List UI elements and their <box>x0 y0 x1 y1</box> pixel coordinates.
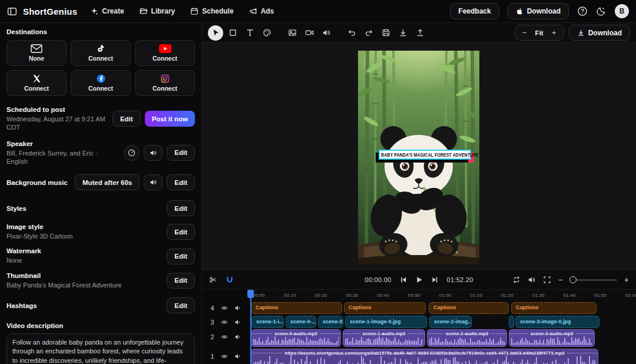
eye-icon[interactable] <box>221 319 228 326</box>
timeline-panel: 00:0000:1000:2000:3000:4000:5001:0001:10… <box>202 290 636 364</box>
zoom-in-button[interactable]: + <box>547 28 561 37</box>
video-preview[interactable]: BABY PANDA'S MAGICAL FOREST ADVENTURE <box>358 51 479 264</box>
captions-clip[interactable]: Captions <box>511 302 597 314</box>
clip-label: scene-1-audio.mp3 <box>360 331 408 336</box>
video-description-textarea[interactable]: Follow an adorable baby panda on an unfo… <box>6 333 195 364</box>
images-clip[interactable]: scene-0... <box>318 316 343 328</box>
timeline-ruler[interactable]: 00:0000:1000:2000:3000:4000:5001:0001:10… <box>202 290 636 302</box>
eye-icon[interactable] <box>221 305 228 312</box>
destination-tiktok-card[interactable]: Connect <box>71 40 131 66</box>
scheduled-edit-button[interactable]: Edit <box>112 111 141 127</box>
captions-clip[interactable]: Captions <box>251 302 342 314</box>
video-canvas[interactable]: BABY PANDA'S MAGICAL FOREST ADVENTURE <box>202 42 636 270</box>
video-download-button[interactable]: Download <box>569 25 630 41</box>
track-volume-icon[interactable] <box>234 353 241 360</box>
images-clip[interactable]: s <box>509 316 514 328</box>
add-image-button[interactable] <box>284 25 300 41</box>
speaker-speed-button[interactable] <box>124 145 140 161</box>
split-scissors-button[interactable] <box>209 276 217 284</box>
timeline-zoom-in-button[interactable]: + <box>624 276 629 284</box>
eye-icon[interactable] <box>221 353 228 360</box>
timeline-track-headers: 4321 <box>202 290 249 364</box>
play-button[interactable] <box>415 276 423 284</box>
watermark-edit-button[interactable]: Edit <box>167 249 195 264</box>
music-edit-button[interactable]: Edit <box>167 174 195 190</box>
nav-item-library[interactable]: Library <box>140 7 175 15</box>
shortgenius-app: ShortGenius Create Library Schedule Ads … <box>0 0 636 364</box>
save-button[interactable] <box>378 25 393 41</box>
track-number: 1 <box>210 353 214 360</box>
timeline-zoom-slider[interactable] <box>570 279 617 281</box>
help-icon[interactable] <box>577 6 588 16</box>
loop-button[interactable] <box>512 276 521 284</box>
ruler-tick: 01:50 <box>594 293 607 298</box>
timeline-zoom-out-button[interactable]: − <box>558 276 563 284</box>
slider-knob[interactable] <box>569 276 577 283</box>
speaker-edit-button[interactable]: Edit <box>167 145 195 161</box>
hashtags-edit-button[interactable]: Edit <box>167 297 195 313</box>
destination-x-card[interactable]: Connect <box>6 70 67 96</box>
audio-clip[interactable]: scene-1-audio.mp3 <box>343 329 425 347</box>
fullscreen-button[interactable] <box>543 276 551 284</box>
cursor-icon <box>211 28 220 37</box>
redo-button[interactable] <box>361 25 376 41</box>
images-clip[interactable]: scene-2-imag... <box>429 316 472 328</box>
images-clip[interactable]: scene-1-i... <box>251 316 284 328</box>
eye-icon[interactable] <box>221 333 228 340</box>
track-header: 4 <box>210 305 241 312</box>
zoom-fit-button[interactable]: Fit <box>532 29 547 37</box>
thumbnail-value: Baby Panda's Magical Forest Adventure <box>6 281 121 289</box>
ruler-tick: 01:10 <box>470 293 482 298</box>
images-clip[interactable]: scene-1-image-0.jpg <box>345 316 427 328</box>
text-tool-button[interactable] <box>242 25 257 41</box>
styles-edit-button[interactable]: Edit <box>167 200 195 216</box>
music-clip[interactable]: https://assets.shortgenius.com/songs/6ab… <box>251 349 598 364</box>
nav-item-ads[interactable]: Ads <box>249 7 274 15</box>
destination-email-card[interactable]: None <box>6 40 67 66</box>
playhead-handle[interactable] <box>247 290 254 298</box>
post-it-now-button[interactable]: Post it now <box>145 111 195 127</box>
nav-item-create[interactable]: Create <box>90 7 124 15</box>
images-clip[interactable]: scene-0-... <box>286 316 316 328</box>
thumbnail-title: Thumbnail <box>6 272 121 279</box>
user-avatar[interactable]: B <box>615 4 629 18</box>
mute-button[interactable] <box>528 276 536 284</box>
scheduled-value: Wednesday, August 27 at 9:21 AM COT <box>6 115 108 132</box>
speaker-volume-button[interactable] <box>144 145 163 161</box>
color-tool-button[interactable] <box>259 25 274 41</box>
shape-tool-button[interactable] <box>225 25 240 41</box>
destination-instagram-card[interactable]: Connect <box>135 70 195 96</box>
track-volume-icon[interactable] <box>234 333 241 340</box>
images-clip[interactable]: scene-3-image-0.jpg <box>515 316 599 328</box>
download-project-button[interactable] <box>395 25 410 41</box>
sidebar-toggle-icon[interactable] <box>7 6 17 16</box>
audio-clip[interactable]: scene-2-audio.mp3 <box>427 329 507 347</box>
feedback-button[interactable]: Feedback <box>450 3 499 19</box>
zoom-out-button[interactable]: − <box>518 28 532 37</box>
add-video-button[interactable] <box>302 25 317 41</box>
select-tool-button[interactable] <box>208 25 223 41</box>
captions-clip[interactable]: Captions <box>429 302 509 314</box>
video-caption-banner[interactable]: BABY PANDA'S MAGICAL FOREST ADVENTURE <box>379 150 471 160</box>
brand-logo[interactable]: ShortGenius <box>23 6 77 16</box>
download-app-button[interactable]: Download <box>508 3 569 19</box>
music-volume-button[interactable] <box>144 174 163 190</box>
add-audio-button[interactable] <box>319 25 334 41</box>
export-button[interactable] <box>412 25 428 41</box>
track-volume-icon[interactable] <box>234 319 241 326</box>
image-style-edit-button[interactable]: Edit <box>167 224 195 240</box>
track-volume-icon[interactable] <box>234 305 241 312</box>
nav-item-schedule[interactable]: Schedule <box>190 7 233 15</box>
destination-facebook-card[interactable]: Connect <box>71 70 131 96</box>
destination-youtube-card[interactable]: Connect <box>135 40 195 66</box>
skip-forward-button[interactable] <box>431 276 439 284</box>
audio-clip[interactable]: scene-0-audio.mp3 <box>251 329 341 347</box>
undo-button[interactable] <box>344 25 359 41</box>
captions-clip[interactable]: Captions <box>344 302 426 314</box>
muted-after-button[interactable]: Muted after 60s <box>75 174 140 190</box>
audio-clip[interactable]: scene-3-audio.mp3 <box>509 329 595 347</box>
theme-toggle-moon-icon[interactable] <box>596 6 607 16</box>
snap-magnet-toggle[interactable] <box>226 276 234 284</box>
thumbnail-edit-button[interactable]: Edit <box>167 273 195 289</box>
skip-back-button[interactable] <box>399 276 408 284</box>
